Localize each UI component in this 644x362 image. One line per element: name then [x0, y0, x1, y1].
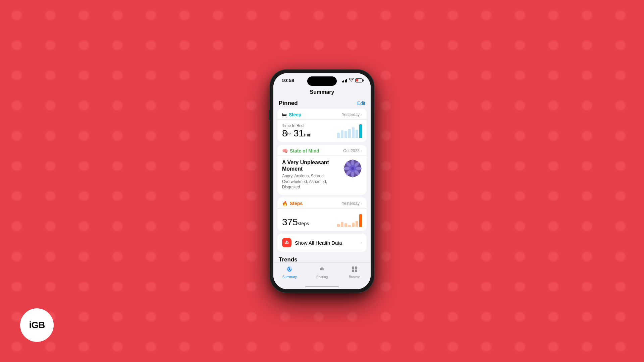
- som-heading: A Very Unpleasant Moment: [282, 159, 343, 172]
- signal-bar-4: [346, 79, 347, 82]
- show-health-data-chevron: ›: [361, 240, 362, 245]
- steps-card-body: 375steps: [277, 208, 367, 231]
- steps-metric-value: 375steps: [282, 218, 309, 227]
- s-bar-7-active: [359, 214, 362, 227]
- page-title: Summary: [273, 88, 371, 98]
- dynamic-island: [307, 76, 337, 86]
- steps-title: Steps: [290, 201, 303, 206]
- som-title-row: 🧠 State of Mind: [282, 148, 319, 154]
- bar-4: [348, 129, 351, 138]
- som-description: Angry, Anxious, Scared, Overwhelmed, Ash…: [282, 173, 343, 190]
- som-title: State of Mind: [290, 148, 319, 154]
- svg-rect-25: [352, 266, 354, 269]
- bar-5: [352, 127, 355, 138]
- sleep-hr-label: hr: [287, 131, 291, 136]
- s-bar-4: [348, 225, 351, 227]
- steps-chevron: ›: [361, 201, 362, 206]
- steps-chart: [337, 212, 362, 227]
- health-data-icon: [282, 238, 291, 247]
- steps-count: 375: [282, 217, 298, 227]
- sleep-card-body: Time In Bed 8hr 31min: [277, 120, 367, 142]
- svg-point-10: [351, 167, 354, 170]
- bar-6: [356, 130, 358, 138]
- home-bar: [305, 286, 339, 287]
- som-date: Oct 2023 ›: [343, 148, 362, 153]
- sleep-chart: [337, 123, 362, 138]
- bar-2: [341, 130, 343, 138]
- bar-3: [344, 131, 347, 138]
- summary-tab-icon: [286, 265, 293, 275]
- steps-card[interactable]: 🔥 Steps Yesterday › 375steps: [277, 197, 367, 231]
- sleep-title: Sleep: [289, 112, 301, 117]
- steps-card-header: 🔥 Steps Yesterday ›: [277, 197, 367, 208]
- tab-summary[interactable]: Summary: [273, 265, 306, 279]
- show-all-health-data-row[interactable]: Show All Health Data ›: [277, 234, 367, 252]
- sleep-hours: 8: [282, 128, 287, 138]
- som-card-header: 🧠 State of Mind Oct 2023 ›: [277, 145, 367, 156]
- status-time: 10:58: [281, 77, 294, 83]
- home-indicator: [273, 287, 371, 289]
- som-icon: 🧠: [282, 148, 288, 154]
- sleep-date-text: Yesterday: [342, 112, 360, 117]
- sleep-metric-value: 8hr 31min: [282, 129, 312, 138]
- signal-bar-1: [342, 81, 343, 82]
- state-of-mind-card[interactable]: 🧠 State of Mind Oct 2023 › A Very Unplea…: [277, 145, 367, 195]
- tab-sharing[interactable]: Sharing: [306, 265, 338, 279]
- trends-section-title: Trends: [279, 256, 298, 262]
- igb-logo: iGB: [20, 308, 54, 342]
- svg-rect-26: [355, 266, 357, 269]
- sleep-chevron: ›: [361, 112, 362, 117]
- som-chevron: ›: [361, 148, 362, 153]
- phone-screen: 10:58: [273, 73, 371, 289]
- wifi-icon: [349, 78, 354, 83]
- sleep-date: Yesterday ›: [342, 112, 362, 117]
- igb-logo-text: iGB: [29, 320, 45, 330]
- sleep-metric-label: Time In Bed: [282, 123, 312, 128]
- trends-section-header: Trends: [277, 254, 367, 262]
- sleep-card-header: 🛏 Sleep Yesterday ›: [277, 109, 367, 120]
- status-icons: [342, 78, 363, 83]
- steps-date: Yesterday ›: [342, 201, 362, 206]
- som-card-body: A Very Unpleasant Moment Angry, Anxious,…: [277, 156, 367, 195]
- s-bar-5: [352, 223, 355, 227]
- bar-7-active: [359, 124, 362, 138]
- browse-tab-icon: [351, 265, 358, 275]
- signal-bar-2: [343, 80, 344, 82]
- som-date-text: Oct 2023: [343, 148, 360, 153]
- steps-date-text: Yesterday: [342, 201, 360, 206]
- som-mandala: [343, 159, 362, 178]
- steps-title-row: 🔥 Steps: [282, 201, 303, 206]
- steps-metric: 375steps: [282, 218, 309, 227]
- pinned-section-title: Pinned: [279, 100, 298, 107]
- status-bar: 10:58: [273, 73, 371, 88]
- sharing-tab-label: Sharing: [316, 275, 328, 279]
- sleep-title-row: 🛏 Sleep: [282, 112, 301, 117]
- browse-tab-label: Browse: [349, 275, 360, 279]
- sleep-card[interactable]: 🛏 Sleep Yesterday › Time In Bed 8hr 31: [277, 109, 367, 142]
- s-bar-3: [344, 223, 347, 227]
- steps-unit: steps: [298, 221, 309, 226]
- tab-browse[interactable]: Browse: [338, 265, 371, 279]
- s-bar-2: [341, 222, 343, 227]
- sleep-icon: 🛏: [282, 112, 287, 117]
- steps-icon: 🔥: [282, 201, 288, 206]
- som-text: A Very Unpleasant Moment Angry, Anxious,…: [282, 159, 343, 190]
- sleep-metric: Time In Bed 8hr 31min: [282, 123, 312, 138]
- sleep-min-label: min: [304, 132, 312, 137]
- signal-bar-3: [345, 80, 346, 82]
- sleep-minutes: 31: [293, 128, 304, 138]
- show-all-health-data-label: Show All Health Data: [295, 240, 357, 246]
- app-content: Summary Pinned Edit 🛏 Sleep: [273, 88, 371, 289]
- pinned-section-header: Pinned Edit: [277, 98, 367, 109]
- tab-bar: Summary Sharing: [273, 262, 371, 287]
- edit-button[interactable]: Edit: [357, 101, 365, 106]
- battery-icon: [355, 78, 363, 82]
- svg-rect-27: [352, 269, 354, 272]
- signal-bars: [342, 78, 347, 82]
- sharing-tab-icon: [318, 265, 326, 275]
- svg-point-24: [321, 267, 323, 269]
- scroll-content[interactable]: Pinned Edit 🛏 Sleep Yesterday ›: [273, 98, 371, 262]
- s-bar-6: [356, 221, 358, 227]
- bar-1: [337, 133, 340, 138]
- svg-rect-28: [355, 269, 357, 272]
